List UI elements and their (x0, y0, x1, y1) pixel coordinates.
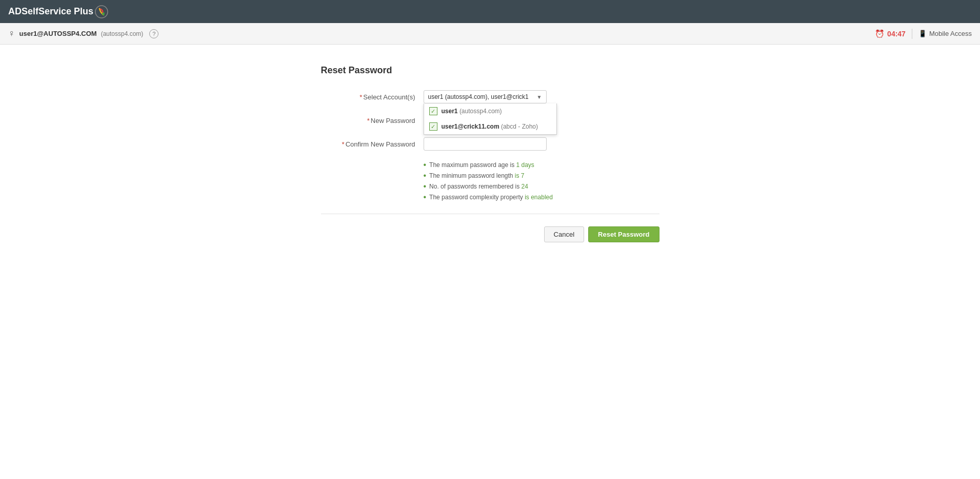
policy-highlight-2: is 7 (515, 172, 525, 179)
username-domain: (autossp4.com) (101, 30, 144, 37)
select-accounts-row: *Select Account(s) user1 (autossp4.com),… (321, 90, 659, 103)
accounts-selected-text: user1 (autossp4.com), user1@crick1 (428, 93, 529, 100)
form-title: Reset Password (321, 65, 659, 76)
policy-dot-3: • (424, 182, 427, 191)
sub-header: ♀ user1@AUTOSSP4.COM (autossp4.com) ? ⏰ … (0, 23, 980, 45)
dropdown-item-2-bold: user1@crick11.com (442, 123, 499, 130)
policy-item-2: • The minimum password length is 7 (424, 172, 659, 180)
help-icon[interactable]: ? (149, 29, 158, 38)
mobile-access-label: Mobile Access (929, 30, 972, 37)
vertical-divider (912, 29, 912, 39)
policy-dot-2: • (424, 172, 427, 180)
mobile-access-link[interactable]: 📱 Mobile Access (918, 30, 972, 37)
logo-text: ADSelfService Plus (8, 6, 93, 17)
policy-section: • The maximum password age is 1 days • T… (424, 161, 659, 201)
username: user1@AUTOSSP4.COM (19, 30, 97, 37)
dropdown-item-1-bold: user1 (442, 108, 458, 115)
user-icon: ♀ (8, 28, 15, 39)
policy-item-3: • No. of passwords remembered is 24 (424, 182, 659, 191)
policy-highlight-4: is enabled (525, 194, 553, 201)
policy-text-3: No. of passwords remembered is 24 (429, 183, 528, 190)
form-buttons: Cancel Reset Password (321, 226, 659, 242)
chevron-down-icon: ▼ (537, 94, 542, 100)
policy-dot-1: • (424, 161, 427, 169)
confirm-password-input[interactable] (424, 137, 547, 151)
new-password-label: *New Password (321, 114, 424, 124)
required-star-3: * (342, 140, 345, 148)
policy-text-4: The password complexity property is enab… (429, 194, 553, 201)
header-right: ⏰ 04:47 📱 Mobile Access (875, 29, 972, 39)
policy-dot-4: • (424, 193, 427, 201)
logo-icon (94, 5, 109, 19)
mobile-icon: 📱 (918, 30, 927, 37)
policy-highlight-1: 1 days (516, 161, 534, 169)
clock-icon: ⏰ (875, 29, 885, 38)
dropdown-item-2[interactable]: ✓ user1@crick11.com (abcd - Zoho) (424, 119, 556, 134)
checkbox-checked-icon-2: ✓ (429, 122, 437, 131)
reset-password-form: Reset Password *Select Account(s) user1 … (321, 65, 659, 242)
accounts-dropdown-menu: ✓ user1 (autossp4.com) ✓ user1@crick11.c… (424, 103, 557, 135)
cancel-button[interactable]: Cancel (544, 226, 584, 242)
dropdown-item-2-light: (abcd - Zoho) (501, 123, 538, 130)
dropdown-item-1-light: (autossp4.com) (459, 108, 502, 115)
required-star-2: * (367, 117, 370, 124)
policy-item-1: • The maximum password age is 1 days (424, 161, 659, 169)
policy-highlight-3: 24 (522, 183, 528, 190)
policy-text-1: The maximum password age is 1 days (429, 161, 534, 169)
policy-text-2: The minimum password length is 7 (429, 172, 524, 179)
user-info: ♀ user1@AUTOSSP4.COM (autossp4.com) ? (8, 28, 158, 39)
dropdown-item-1-text: user1 (autossp4.com) (442, 108, 502, 115)
policy-item-4: • The password complexity property is en… (424, 193, 659, 201)
select-accounts-label: *Select Account(s) (321, 90, 424, 101)
session-timer: ⏰ 04:47 (875, 29, 906, 38)
required-star: * (359, 93, 362, 101)
accounts-dropdown[interactable]: user1 (autossp4.com), user1@crick1 ▼ (424, 90, 547, 103)
svg-point-0 (95, 6, 108, 18)
reset-password-button[interactable]: Reset Password (588, 226, 659, 242)
app-logo: ADSelfService Plus (8, 5, 109, 19)
checkbox-checked-icon: ✓ (429, 107, 437, 115)
confirm-password-row: *Confirm New Password (321, 137, 659, 151)
confirm-password-label: *Confirm New Password (321, 137, 424, 148)
select-accounts-field[interactable]: user1 (autossp4.com), user1@crick1 ▼ ✓ u… (424, 90, 659, 103)
dropdown-item-1[interactable]: ✓ user1 (autossp4.com) (424, 103, 556, 119)
main-content: Reset Password *Select Account(s) user1 … (0, 45, 980, 263)
timer-value: 04:47 (887, 30, 906, 38)
confirm-password-field (424, 137, 659, 151)
form-separator (321, 214, 659, 214)
app-header: ADSelfService Plus (0, 0, 980, 23)
dropdown-item-2-text: user1@crick11.com (abcd - Zoho) (442, 123, 538, 130)
